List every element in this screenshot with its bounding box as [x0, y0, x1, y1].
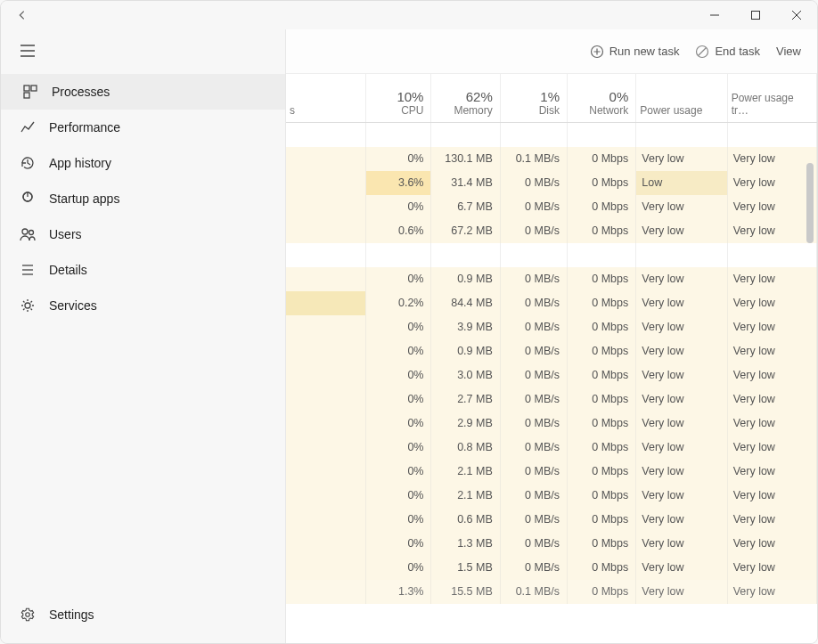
cell-network: 0 Mbps	[567, 219, 635, 243]
cell-power-usage: Very low	[636, 412, 727, 436]
sidebar-item-startup[interactable]: Startup apps	[1, 181, 285, 216]
sidebar-item-label: Processes	[52, 85, 110, 99]
sidebar-item-history[interactable]: App history	[1, 145, 285, 181]
svg-rect-1	[752, 12, 760, 20]
table-row[interactable]: 0.2%84.4 MB0 MB/s0 MbpsVery lowVery low	[286, 291, 817, 315]
sidebar-item-processes[interactable]: Processes	[1, 74, 285, 110]
cell-power-usage-trend: Very low	[727, 267, 816, 291]
cell-power-usage: Very low	[636, 460, 727, 484]
sidebar-item-services[interactable]: Services	[1, 288, 285, 323]
cell-memory: 2.7 MB	[431, 387, 500, 412]
cell-cpu: 0%	[366, 412, 431, 436]
table-row[interactable]: 0%0.6 MB0 MB/s0 MbpsVery lowVery low	[286, 508, 817, 532]
svg-rect-9	[24, 93, 29, 98]
table-row[interactable]: 3.6%31.4 MB0 MB/s0 MbpsLowVery low	[286, 171, 817, 195]
column-memory[interactable]: 62%Memory	[431, 74, 500, 123]
column-network[interactable]: 0%Network	[567, 74, 635, 123]
sidebar-item-users[interactable]: Users	[1, 216, 285, 252]
sidebar-item-label: Performance	[49, 120, 120, 135]
gear-icon	[19, 606, 37, 624]
cell-network: 0 Mbps	[567, 171, 635, 195]
cell-network: 0 Mbps	[567, 556, 635, 580]
sidebar-item-label: Settings	[49, 607, 94, 622]
cell-power-usage: Very low	[636, 219, 727, 243]
table-row[interactable]: 0%6.7 MB0 MB/s0 MbpsVery lowVery low	[286, 195, 817, 219]
cell-name	[286, 556, 366, 580]
table-row[interactable]: 0%1.3 MB0 MB/s0 MbpsVery lowVery low	[286, 532, 817, 556]
close-button[interactable]	[776, 1, 817, 29]
end-task-label: End task	[715, 45, 760, 58]
view-button[interactable]: View	[776, 45, 801, 58]
table-row[interactable]: 0%0.9 MB0 MB/s0 MbpsVery lowVery low	[286, 339, 817, 363]
sidebar-item-details[interactable]: Details	[1, 252, 285, 288]
cell-power-usage: Very low	[636, 147, 727, 171]
sidebar-item-settings[interactable]: Settings	[1, 597, 285, 632]
run-new-task-button[interactable]: Run new task	[590, 45, 680, 59]
cell-power-usage-trend: Very low	[727, 147, 816, 171]
cell-disk: 0 MB/s	[500, 436, 567, 460]
column-name[interactable]: s	[286, 74, 366, 123]
cell-cpu: 0%	[366, 363, 431, 387]
cell-name	[286, 363, 366, 387]
cell-name	[286, 580, 366, 604]
cell-network: 0 Mbps	[567, 267, 635, 291]
cell-cpu: 0.6%	[366, 219, 431, 243]
cell-disk: 0.1 MB/s	[500, 147, 567, 171]
back-button[interactable]	[12, 4, 33, 26]
window-controls	[694, 1, 817, 29]
cell-disk: 0.1 MB/s	[500, 580, 567, 604]
sidebar-item-performance[interactable]: Performance	[1, 110, 285, 145]
titlebar	[1, 1, 817, 29]
cell-power-usage: Very low	[636, 291, 727, 315]
column-disk[interactable]: 1%Disk	[500, 74, 567, 123]
table-row[interactable]: 0%0.8 MB0 MB/s0 MbpsVery lowVery low	[286, 436, 817, 460]
vertical-scrollbar[interactable]	[805, 163, 815, 640]
column-cpu[interactable]: 10%CPU	[366, 74, 431, 123]
cell-cpu: 0%	[366, 387, 431, 412]
cell-power-usage: Low	[636, 171, 727, 195]
cell-cpu: 0%	[366, 267, 431, 291]
svg-line-23	[699, 47, 707, 55]
hamburger-button[interactable]	[10, 33, 45, 69]
cell-power-usage: Very low	[636, 387, 727, 412]
table-row[interactable]: 0%2.1 MB0 MB/s0 MbpsVery lowVery low	[286, 460, 817, 484]
group-header-row[interactable]	[286, 243, 817, 267]
cell-cpu: 1.3%	[366, 580, 431, 604]
history-icon	[19, 154, 37, 172]
cell-memory: 0.8 MB	[431, 436, 500, 460]
cell-name	[286, 484, 366, 508]
cell-power-usage: Very low	[636, 436, 727, 460]
table-row[interactable]: 0%130.1 MB0.1 MB/s0 MbpsVery lowVery low	[286, 147, 817, 171]
sidebar-item-label: App history	[49, 156, 111, 170]
table-row[interactable]: 0%0.9 MB0 MB/s0 MbpsVery lowVery low	[286, 267, 817, 291]
scrollbar-thumb[interactable]	[806, 163, 814, 243]
cell-cpu: 0%	[366, 484, 431, 508]
table-row[interactable]: 0%2.1 MB0 MB/s0 MbpsVery lowVery low	[286, 484, 817, 508]
cell-power-usage-trend: Very low	[727, 195, 816, 219]
cell-disk: 0 MB/s	[500, 460, 567, 484]
maximize-button[interactable]	[735, 1, 776, 29]
process-table: s 10%CPU 62%Memory 1%Disk 0%Network Powe…	[286, 74, 817, 604]
table-row[interactable]: 0%2.9 MB0 MB/s0 MbpsVery lowVery low	[286, 412, 817, 436]
cell-network: 0 Mbps	[567, 291, 635, 315]
cell-power-usage: Very low	[636, 484, 727, 508]
column-power-usage-trend[interactable]: Power usage tr…	[727, 74, 816, 123]
group-header-row[interactable]	[286, 123, 817, 147]
cell-memory: 31.4 MB	[431, 171, 500, 195]
cell-name	[286, 436, 366, 460]
cell-network: 0 Mbps	[567, 195, 635, 219]
table-row[interactable]: 0%3.9 MB0 MB/s0 MbpsVery lowVery low	[286, 315, 817, 339]
minimize-button[interactable]	[694, 1, 735, 29]
table-row[interactable]: 0%2.7 MB0 MB/s0 MbpsVery lowVery low	[286, 387, 817, 412]
column-power-usage[interactable]: Power usage	[636, 74, 727, 123]
table-row[interactable]: 0.6%67.2 MB0 MB/s0 MbpsVery lowVery low	[286, 219, 817, 243]
cell-power-usage-trend: Very low	[727, 532, 816, 556]
table-row[interactable]: 0%3.0 MB0 MB/s0 MbpsVery lowVery low	[286, 363, 817, 387]
cell-network: 0 Mbps	[567, 412, 635, 436]
end-task-button[interactable]: End task	[695, 45, 760, 59]
cell-network: 0 Mbps	[567, 339, 635, 363]
table-row[interactable]: 0%1.5 MB0 MB/s0 MbpsVery lowVery low	[286, 556, 817, 580]
cell-power-usage: Very low	[636, 267, 727, 291]
cell-cpu: 0%	[366, 460, 431, 484]
table-row[interactable]: 1.3%15.5 MB0.1 MB/s0 MbpsVery lowVery lo…	[286, 580, 817, 604]
